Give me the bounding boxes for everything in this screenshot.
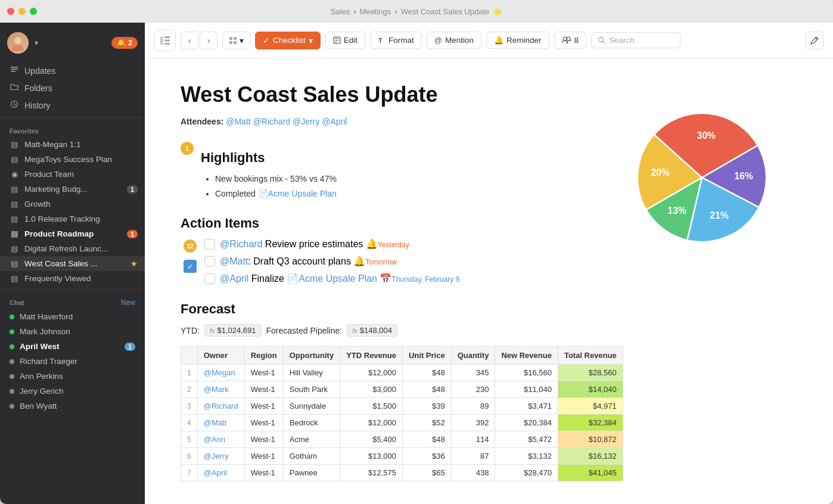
sidebar-item-marketing-budget[interactable]: ▤ Marketing Budg... 1 (0, 182, 145, 197)
col-new-rev: New Revenue (495, 347, 558, 365)
breadcrumb: Sales › Meetings › West Coast Sales Upda… (331, 7, 503, 16)
doc-icon: ▤ (10, 214, 19, 223)
notifications-button[interactable]: 🔔 2 (111, 37, 138, 49)
checkbox-1[interactable] (204, 239, 215, 250)
offline-indicator (10, 404, 14, 409)
sidebar-item-megatoys[interactable]: ▤ MegaToys Success Plan (0, 152, 145, 167)
sidebar-item-growth[interactable]: ▤ Growth (0, 197, 145, 211)
sidebar-toggle-button[interactable] (154, 30, 176, 51)
doc-icon: ▤ (10, 244, 19, 253)
back-button[interactable]: ‹ (181, 32, 198, 49)
row-owner: @Richard (197, 398, 244, 415)
sidebar-item-west-coast[interactable]: ▤ West Coast Sales ... ★ (0, 256, 145, 271)
doc-icon: ▤ (10, 140, 19, 149)
calendar-icon: 📅 (380, 273, 391, 284)
row-qty: 114 (451, 431, 495, 448)
chat-item-ben[interactable]: Ben Wyatt (0, 399, 145, 413)
acme-link-action[interactable]: Acme Upsale Plan (299, 273, 377, 284)
row-new-rev: $5,472 (495, 431, 558, 448)
sidebar-item-product-team[interactable]: ◉ Product Team (0, 167, 145, 182)
members-icon (562, 36, 571, 44)
item-label: West Coast Sales ... (24, 259, 125, 268)
sidebar-item-frequently-viewed[interactable]: ▤ Frequently Viewed (0, 271, 145, 286)
chat-item-matt[interactable]: Matt Haverford (0, 309, 145, 324)
mention-icon: @ (434, 36, 442, 45)
chat-new-button[interactable]: New (121, 298, 135, 307)
mention-april[interactable]: @April (220, 273, 248, 284)
ytd-value-badge: fx $1,024,691 (204, 324, 262, 337)
checklist-check-icon: ✓ (263, 36, 270, 45)
view-icon (229, 36, 237, 45)
mention-richard[interactable]: @Richard (220, 239, 262, 249)
action-item-2: @Matt: Draft Q3 account plans 🔔Tomorrow (204, 256, 607, 267)
chat-item-mark[interactable]: Mark Johnson (0, 324, 145, 339)
document-area: West Coast Sales Update Attendees: @Matt… (145, 58, 833, 504)
forward-button[interactable]: › (200, 32, 217, 49)
highlights-list: New bookings mix - 53% vs 47% Completed … (201, 173, 607, 200)
view-button[interactable]: ▾ (222, 32, 250, 49)
compose-button[interactable] (806, 32, 823, 49)
minimize-button[interactable] (18, 8, 26, 15)
chat-name: Jerry Gerich (20, 387, 64, 396)
members-button[interactable]: 8 (554, 32, 587, 49)
chat-item-richard[interactable]: Richard Traeger (0, 354, 145, 369)
user-chevron-icon[interactable]: ▾ (35, 39, 38, 47)
col-owner: Owner (197, 347, 244, 365)
breadcrumb-sales[interactable]: Sales (331, 7, 350, 16)
maximize-button[interactable] (30, 8, 37, 15)
attendee-april[interactable]: @April (322, 117, 347, 126)
doc-icon: ▤ (10, 229, 19, 238)
row-total: $32,384 (558, 415, 623, 431)
chat-item-ann[interactable]: Ann Perkins (0, 369, 145, 384)
avatar[interactable] (7, 32, 29, 54)
sidebar-item-updates[interactable]: Updates (0, 62, 145, 79)
chat-label: Chat (10, 299, 24, 306)
close-button[interactable] (7, 8, 14, 15)
star-icon: ★ (130, 259, 138, 268)
mention-button[interactable]: @ Mention (427, 32, 481, 49)
date-thursday: Thursday, February 9 (391, 275, 459, 284)
format-button[interactable]: T Format (370, 32, 422, 49)
sidebar-item-matt-megan[interactable]: ▤ Matt-Megan 1:1 (0, 137, 145, 152)
chart-area: 16%21%13%20%30% (630, 82, 797, 480)
edit-button[interactable]: Edit (325, 32, 365, 49)
acme-link-highlights[interactable]: Acme Upsale Plan (268, 189, 337, 198)
favorites-header: Favorites (0, 122, 145, 137)
marketing-badge: 1 (127, 185, 138, 194)
chat-name: Mark Johnson (20, 327, 70, 336)
mention-matt[interactable]: @Matt (220, 256, 248, 266)
pipeline-value-badge: fx $148,004 (347, 324, 397, 337)
item-label: Growth (24, 200, 138, 209)
chat-item-jerry[interactable]: Jerry Gerich (0, 384, 145, 399)
document-main: West Coast Sales Update Attendees: @Matt… (181, 82, 607, 480)
search-box[interactable]: Search (591, 32, 680, 48)
checkbox-2[interactable] (204, 256, 215, 267)
breadcrumb-meetings[interactable]: Meetings (360, 7, 391, 16)
attendee-matt[interactable]: @Matt (226, 117, 250, 126)
sidebar-item-folders[interactable]: Folders (0, 79, 145, 97)
checkbox-3[interactable] (204, 273, 215, 284)
attendee-jerry[interactable]: @Jerry (293, 117, 319, 126)
chat-name: Matt Haverford (20, 312, 73, 321)
star-icon[interactable]: ⭐ (493, 7, 502, 16)
chat-badge: 1 (125, 343, 135, 351)
row-num: 3 (181, 398, 198, 415)
row-opportunity: South Park (283, 381, 340, 398)
checklist-button[interactable]: ✓ Checklist ▾ (255, 32, 321, 49)
checklist-label: Checklist (273, 36, 306, 45)
sidebar-item-product-roadmap[interactable]: ▤ Product Roadmap 1 (0, 226, 145, 241)
attendee-richard[interactable]: @Richard (253, 117, 290, 126)
svg-point-19 (563, 37, 567, 41)
chat-item-april[interactable]: April West 1 (0, 339, 145, 354)
svg-line-22 (603, 42, 605, 44)
sidebar-item-digital-refresh[interactable]: ▤ Digital Refresh Launc... (0, 241, 145, 256)
sidebar-item-release-tracking[interactable]: ▤ 1.0 Release Tracking (0, 211, 145, 226)
doc-icon: ▤ (10, 274, 19, 283)
row-region: West-1 (244, 431, 283, 448)
title-bar: Sales › Meetings › West Coast Sales Upda… (0, 0, 833, 23)
svg-rect-4 (11, 71, 15, 72)
sidebar-item-history[interactable]: History (0, 97, 145, 114)
nav-buttons: ‹ › (181, 32, 217, 49)
reminder-button[interactable]: 🔔 Reminder (486, 32, 549, 49)
doc-icon: ▤ (10, 200, 19, 209)
